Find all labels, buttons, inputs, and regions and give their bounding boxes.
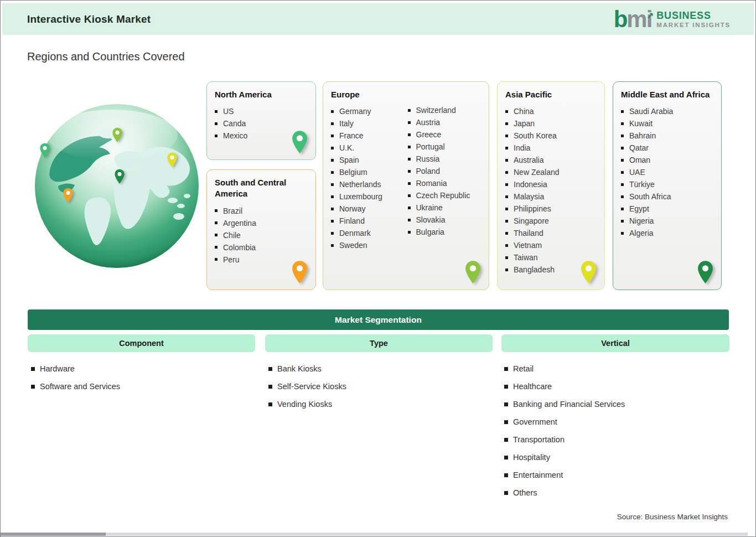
- country-item: Chile: [215, 229, 308, 241]
- bullet-square-icon: [505, 147, 508, 149]
- segment-label: Bank Kiosks: [277, 364, 322, 373]
- bullet-square-icon: [621, 159, 624, 162]
- bullet-square-icon: [505, 244, 508, 247]
- map-pin-icon: [697, 260, 714, 285]
- bullet-square-icon: [408, 219, 411, 221]
- segment-label: Others: [513, 488, 537, 497]
- globe-pin-asia-pacific-icon: [167, 152, 178, 168]
- segment-item: Hospitality: [504, 452, 625, 463]
- bullet-square-icon: [331, 122, 334, 125]
- country-item: UAE: [621, 166, 713, 178]
- bullet-square-icon: [408, 194, 411, 197]
- horizontal-scrollbar[interactable]: [1, 533, 748, 536]
- segmentation-list-type: Bank KiosksSelf-Service KiosksVending Ki…: [268, 363, 346, 416]
- bullet-square-icon: [215, 234, 218, 236]
- country-label: Malaysia: [514, 192, 544, 201]
- country-label: Czech Republic: [416, 191, 470, 200]
- segment-label: Software and Services: [40, 382, 120, 391]
- country-label: Taiwan: [514, 253, 538, 262]
- bullet-square-icon: [31, 385, 35, 389]
- segmentation-header-type: Type: [265, 334, 493, 352]
- bullet-square-icon: [408, 109, 411, 112]
- brand-name-line2: MARKET INSIGHTS: [656, 21, 731, 29]
- segmentation-header-component: Component: [28, 334, 255, 352]
- country-label: Japan: [514, 119, 535, 128]
- country-label: Oman: [629, 156, 650, 164]
- country-label: Netherlands: [339, 180, 381, 189]
- globe-pin-north-america-icon: [39, 143, 50, 158]
- country-label: South Korea: [514, 131, 557, 140]
- bmi-logo-icon: bmi ↗: [614, 8, 652, 30]
- bullet-square-icon: [408, 170, 411, 173]
- country-label: Argentina: [223, 219, 256, 228]
- bullet-square-icon: [215, 135, 218, 137]
- map-pin-icon: [291, 260, 308, 285]
- source-attribution: Source: Business Market Insights: [617, 513, 728, 521]
- country-label: Denmark: [339, 229, 371, 237]
- bullet-square-icon: [504, 491, 508, 495]
- country-item: France: [331, 130, 405, 142]
- country-label: UAE: [629, 168, 645, 177]
- bullet-square-icon: [505, 208, 508, 210]
- country-label: France: [339, 131, 364, 140]
- country-item: Colombia: [215, 241, 308, 254]
- segmentation-banner: Market Segmentation: [28, 309, 729, 330]
- country-label: Philippines: [514, 204, 551, 213]
- infographic-page: Interactive Kiosk Market bmi ↗ BUSINESS …: [0, 0, 756, 537]
- country-label: Austria: [416, 118, 441, 127]
- country-item: Thailand: [505, 227, 597, 239]
- country-list: BrazilArgentinaChileColombiaPeru: [215, 205, 308, 266]
- bullet-square-icon: [331, 208, 334, 210]
- country-item: Indonesia: [505, 178, 597, 190]
- globe-pin-middle-east-africa-icon: [114, 169, 125, 184]
- segment-item: Transportation: [504, 434, 625, 445]
- country-label: Brazil: [223, 206, 242, 215]
- bullet-square-icon: [408, 182, 411, 185]
- country-label: Germany: [339, 107, 371, 116]
- bullet-square-icon: [215, 258, 218, 261]
- region-card-asia-pacific: Asia Pacific ChinaJapanSouth KoreaIndiaA…: [497, 81, 605, 290]
- bullet-square-icon: [505, 159, 508, 162]
- country-label: Thailand: [514, 229, 543, 237]
- bullet-square-icon: [621, 183, 624, 186]
- segment-label: Transportation: [513, 435, 565, 444]
- country-item: Australia: [505, 154, 597, 166]
- bullet-square-icon: [268, 402, 272, 406]
- country-label: Colombia: [223, 243, 256, 252]
- bullet-square-icon: [505, 122, 508, 125]
- segment-item: Healthcare: [504, 381, 625, 392]
- scrollbar-thumb[interactable]: [1, 533, 106, 536]
- country-label: Poland: [416, 167, 441, 175]
- country-item: Portugal: [408, 141, 481, 153]
- country-item: China: [505, 105, 597, 117]
- bullet-square-icon: [215, 122, 218, 125]
- bullet-square-icon: [505, 183, 508, 186]
- bullet-square-icon: [504, 438, 508, 442]
- bullet-square-icon: [505, 232, 508, 235]
- bullet-square-icon: [268, 367, 272, 371]
- country-item: Oman: [621, 154, 713, 166]
- map-pin-icon: [580, 260, 597, 285]
- logo-arrow-icon: ↗: [647, 4, 654, 27]
- segmentation-list-vertical: RetailHealthcareBanking and Financial Se…: [504, 363, 625, 505]
- country-item: Vietnam: [505, 239, 597, 251]
- segment-item: Banking and Financial Services: [504, 399, 625, 410]
- country-item: Egypt: [621, 203, 713, 215]
- bullet-square-icon: [505, 135, 508, 137]
- country-label: Finland: [339, 216, 365, 225]
- bullet-square-icon: [621, 232, 624, 235]
- country-label: New Zealand: [514, 168, 560, 177]
- map-pin-icon: [464, 260, 481, 285]
- region-card-middle-east-africa: Middle East and Africa Saudi ArabiaKuwai…: [613, 81, 722, 290]
- segment-item: Entertainment: [504, 469, 625, 481]
- country-item: Qatar: [621, 142, 713, 154]
- country-item: Denmark: [331, 227, 405, 239]
- country-item: Romania: [408, 177, 481, 189]
- bullet-square-icon: [504, 473, 508, 477]
- country-label: Norway: [339, 204, 365, 213]
- country-label: Ukraine: [416, 203, 443, 212]
- bullet-square-icon: [505, 256, 508, 259]
- segment-label: Vending Kiosks: [277, 400, 332, 409]
- country-label: Belgium: [339, 168, 367, 177]
- segment-item: Vending Kiosks: [268, 399, 346, 410]
